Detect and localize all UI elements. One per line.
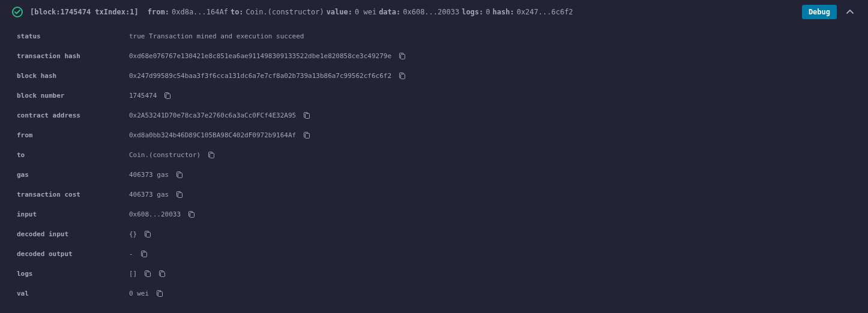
svg-rect-13 <box>158 292 163 297</box>
copy-icon[interactable] <box>176 171 183 179</box>
contract-address-label: contract address <box>17 112 129 119</box>
row-gas: gas 406373 gas <box>0 165 868 185</box>
svg-rect-8 <box>190 213 194 218</box>
transaction-hash-value: 0xd68e076767e130421e8c851ea6ae9114983091… <box>129 52 391 60</box>
decoded-input-label: decoded input <box>17 230 129 238</box>
copy-icon[interactable] <box>176 191 183 198</box>
copy-icon[interactable] <box>144 230 151 238</box>
block-info: [block:1745474 txIndex:1] <box>30 8 139 16</box>
svg-rect-12 <box>161 272 165 277</box>
data-label: data: <box>379 8 400 16</box>
val-value: 0 wei <box>129 290 149 297</box>
row-contract-address: contract address 0x2A53241D70e78ca37e276… <box>0 106 868 125</box>
decoded-output-value: - <box>129 250 133 258</box>
row-from: from 0xd8a0bb324b46D89C105BA98C402dF0972… <box>0 125 868 145</box>
transaction-cost-value: 406373 gas <box>129 191 169 198</box>
from-value: 0xd8a...164Af <box>172 8 228 16</box>
copy-icon[interactable] <box>188 210 195 218</box>
decoded-output-label: decoded output <box>17 250 129 258</box>
hash-value: 0x247...6c6f2 <box>517 8 573 16</box>
svg-rect-4 <box>306 134 310 139</box>
status-label: status <box>17 32 129 40</box>
to-label: to: <box>231 8 244 16</box>
row-decoded-input: decoded input {} <box>0 224 868 244</box>
copy-icon[interactable] <box>208 151 215 159</box>
logs-value: 0 <box>486 8 490 16</box>
row-block-hash: block hash 0x247d99589c54baa3f3f6cca131d… <box>0 66 868 86</box>
svg-rect-2 <box>166 94 170 99</box>
row-status: status true Transaction mined and execut… <box>0 26 868 46</box>
val-label: val <box>17 290 129 297</box>
svg-rect-5 <box>210 154 214 158</box>
copy-icon[interactable] <box>399 52 406 60</box>
transaction-header: [block:1745474 txIndex:1] from: 0xd8a...… <box>0 0 868 24</box>
data-value: 0x608...20033 <box>403 8 459 16</box>
hash-label: hash: <box>493 8 514 16</box>
row-decoded-output: decoded output - <box>0 244 868 264</box>
svg-rect-6 <box>178 173 182 178</box>
debug-button[interactable]: Debug <box>802 5 837 19</box>
row-block-number: block number 1745474 <box>0 86 868 106</box>
transaction-summary: [block:1745474 txIndex:1] from: 0xd8a...… <box>30 8 795 16</box>
value-value: 0 wei <box>355 8 376 16</box>
row-to: to Coin.(constructor) <box>0 145 868 165</box>
block-number-label: block number <box>17 92 129 100</box>
from-detail-label: from <box>17 131 129 139</box>
row-val: val 0 wei <box>0 284 868 303</box>
transaction-hash-label: transaction hash <box>17 52 129 60</box>
copy-icon[interactable] <box>303 112 310 119</box>
copy-icon[interactable] <box>156 290 163 297</box>
to-detail-label: to <box>17 151 129 159</box>
logs-label: logs: <box>462 8 483 16</box>
logs-detail-label: logs <box>17 270 129 278</box>
input-label: input <box>17 210 129 218</box>
copy-icon[interactable] <box>164 92 171 100</box>
from-detail-value: 0xd8a0bb324b46D89C105BA98C402dF0972b9164… <box>129 131 296 139</box>
gas-label: gas <box>17 171 129 179</box>
transaction-details: status true Transaction mined and execut… <box>0 24 868 306</box>
value-label: value: <box>327 8 352 16</box>
contract-address-value: 0x2A53241D70e78ca37e2760c6a3aCc0FCf4E32A… <box>129 112 296 119</box>
copy-icon[interactable] <box>303 131 310 139</box>
copy-icon[interactable] <box>140 250 148 258</box>
copy-icon[interactable] <box>399 72 406 80</box>
copy-icon[interactable] <box>158 270 166 278</box>
block-hash-value: 0x247d99589c54baa3f3f6cca131dc6a7e7cf8a0… <box>129 72 391 80</box>
row-transaction-cost: transaction cost 406373 gas <box>0 185 868 204</box>
from-label: from: <box>148 8 169 16</box>
to-value: Coin.(constructor) <box>246 8 324 16</box>
svg-rect-9 <box>146 233 151 237</box>
gas-value: 406373 gas <box>129 171 169 179</box>
svg-rect-0 <box>401 55 405 59</box>
chevron-up-icon[interactable] <box>844 6 856 19</box>
svg-rect-10 <box>142 252 146 257</box>
svg-rect-11 <box>146 272 151 277</box>
to-detail-value: Coin.(constructor) <box>129 151 200 159</box>
svg-rect-7 <box>178 193 182 198</box>
logs-detail-value: [] <box>129 270 137 278</box>
svg-rect-1 <box>401 74 405 79</box>
row-transaction-hash: transaction hash 0xd68e076767e130421e8c8… <box>0 46 868 66</box>
success-icon <box>12 7 23 17</box>
input-value: 0x608...20033 <box>129 210 181 218</box>
row-logs: logs [] <box>0 264 868 284</box>
decoded-input-value: {} <box>129 230 137 238</box>
block-number-value: 1745474 <box>129 92 157 100</box>
copy-icon[interactable] <box>144 270 151 278</box>
row-input: input 0x608...20033 <box>0 204 868 224</box>
status-value: true Transaction mined and execution suc… <box>129 32 304 40</box>
block-hash-label: block hash <box>17 72 129 80</box>
transaction-cost-label: transaction cost <box>17 191 129 198</box>
svg-rect-3 <box>306 114 310 119</box>
